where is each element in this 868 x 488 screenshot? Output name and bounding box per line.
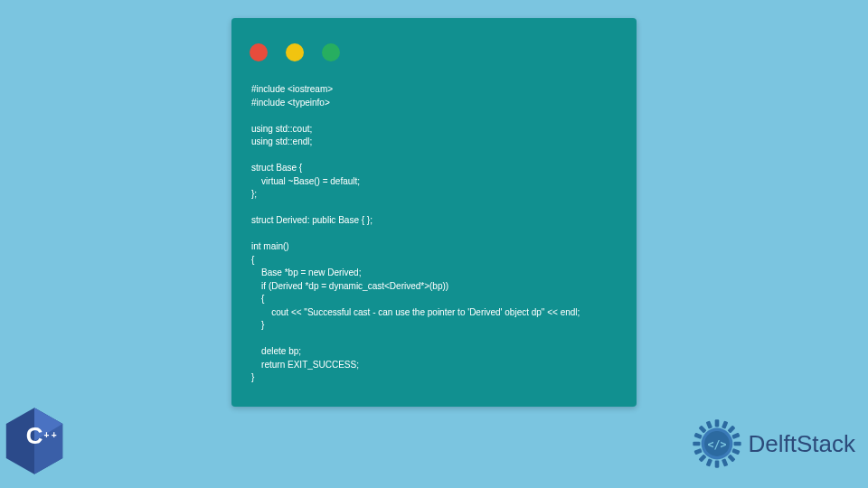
svg-text:+: + bbox=[44, 430, 50, 440]
svg-rect-14 bbox=[727, 454, 735, 462]
svg-rect-7 bbox=[714, 419, 719, 427]
code-content: #include <iostream> #include <typeinfo> … bbox=[231, 70, 637, 405]
gear-icon: </> bbox=[691, 418, 743, 470]
svg-rect-19 bbox=[731, 433, 740, 439]
svg-rect-9 bbox=[693, 442, 700, 446]
delftstack-logo: </> DelftStack bbox=[691, 418, 856, 470]
svg-rect-21 bbox=[693, 433, 702, 439]
window-traffic-lights bbox=[231, 18, 637, 70]
svg-text:</>: </> bbox=[707, 438, 726, 451]
code-window: #include <iostream> #include <typeinfo> … bbox=[231, 18, 637, 407]
svg-rect-15 bbox=[721, 420, 727, 428]
svg-rect-20 bbox=[693, 448, 702, 455]
close-icon bbox=[250, 43, 268, 61]
cpp-badge-icon: C + + bbox=[4, 407, 65, 475]
svg-rect-18 bbox=[721, 458, 727, 466]
svg-rect-12 bbox=[698, 454, 706, 462]
svg-rect-8 bbox=[714, 461, 719, 468]
svg-text:+: + bbox=[52, 430, 57, 440]
brand-name: DelftStack bbox=[749, 430, 856, 458]
svg-rect-11 bbox=[727, 425, 735, 433]
minimize-icon bbox=[286, 43, 304, 61]
svg-rect-16 bbox=[705, 458, 712, 466]
svg-text:C: C bbox=[26, 423, 43, 448]
maximize-icon bbox=[322, 43, 340, 61]
svg-rect-22 bbox=[731, 448, 740, 455]
svg-rect-10 bbox=[733, 442, 741, 446]
svg-rect-17 bbox=[705, 420, 712, 428]
svg-rect-13 bbox=[698, 425, 706, 433]
